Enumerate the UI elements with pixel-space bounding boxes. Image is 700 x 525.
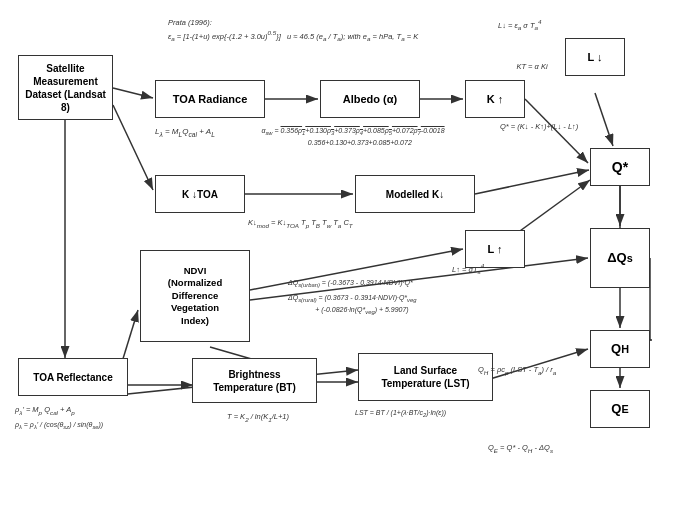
l-down-box: L ↓	[565, 38, 625, 76]
q-star-formula: Q* = (K↓ - K↑)+(L↓ - L↑)	[500, 122, 660, 133]
q-star-box: Q*	[590, 148, 650, 186]
delta-qs-box: ΔQs	[590, 228, 650, 288]
satellite-box: SatelliteMeasurementDataset (Landsat 8)	[18, 55, 113, 120]
brightness-temp-box: BrightnessTemperature (BT)	[192, 358, 317, 403]
kt-ki-formula: KT = α Ki	[492, 62, 572, 73]
svg-line-7	[595, 93, 613, 146]
diagram: SatelliteMeasurementDataset (Landsat 8) …	[0, 0, 700, 525]
albedo-formula: αsw = 0.356ρ1+0.130ρ3+0.373ρ4+0.085ρ5+0.…	[218, 126, 488, 147]
toa-reflectance-box: TOA Reflectance	[18, 358, 128, 396]
k-down-toa-box: K ↓TOA	[155, 175, 245, 213]
albedo-box: Albedo (α)	[320, 80, 420, 118]
q-h-box: QH	[590, 330, 650, 368]
toa-refl-formula2: ρλ = ρλ' / (cos(θsz) / sin(θse))	[15, 420, 165, 432]
ndvi-box: NDVI(NormalizedDifferenceVegetationIndex…	[140, 250, 250, 342]
l-up-formula: L↑ = σTs4	[452, 262, 552, 277]
toa-radiance-box: TOA Radiance	[155, 80, 265, 118]
delta-qs-urban: ΔQs(urban) = (-0.3673 - 0.3914·NDVI)·Q*	[288, 278, 558, 290]
toa-radiance-label: TOA Radiance	[173, 92, 248, 106]
qh-formula: QH = ρcp (LST - Ta) / ra	[478, 365, 643, 377]
svg-line-1	[113, 88, 153, 98]
svg-line-9	[475, 170, 589, 194]
svg-line-3	[113, 105, 153, 190]
bt-formula: T = K2 / ln(K1/L+1)	[198, 412, 318, 424]
modelled-k-box: Modelled K↓	[355, 175, 475, 213]
lst-box: Land SurfaceTemperature (LST)	[358, 353, 493, 401]
qe-formula: QE = Q* - QH - ΔQs	[488, 443, 663, 455]
l-down-eq: L↓ = εa σ Ta4	[498, 18, 608, 33]
k-up-box: K ↑	[465, 80, 525, 118]
q-e-box: QE	[590, 390, 650, 428]
delta-qs-rural: ΔQs(rural) = (0.3673 - 0.3914·NDVI)·Q*ve…	[288, 293, 568, 316]
toa-refl-formula1: ρλ' = Mp Qcal + Ap	[15, 405, 155, 417]
k-down-toa-formula: K↓mod = K↓TOA Tp TB Tw Ta CT	[248, 218, 458, 230]
prata-formula: Prata (1996): εa = [1-(1+u) exp{-(1.2 + …	[168, 18, 538, 43]
lst-formula: LST = BT / (1+(λ·BT/c2)·ln(ε))	[355, 408, 530, 420]
